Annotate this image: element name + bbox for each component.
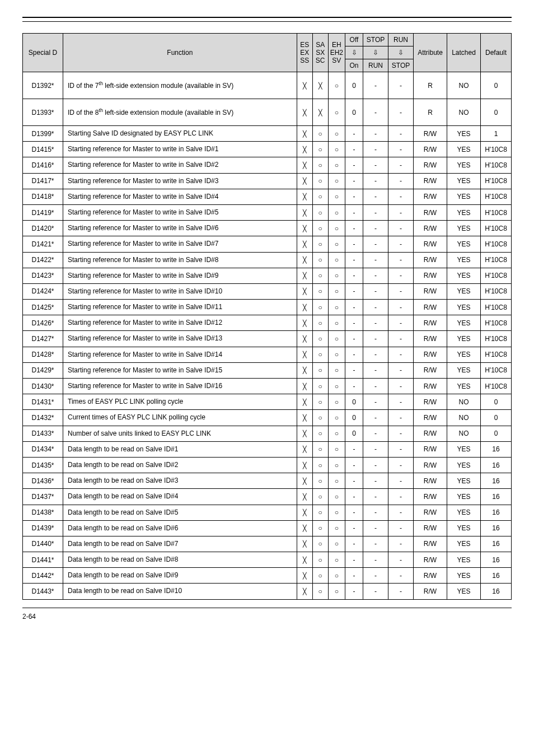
cross-icon xyxy=(303,524,307,532)
hdr-run: RUN xyxy=(388,34,414,46)
table-row: D1436*Data length to be read on Salve ID… xyxy=(23,473,512,489)
table-cell: 0 xyxy=(481,72,512,99)
table-cell: Starting reference for Master to write i… xyxy=(63,331,297,347)
table-cell: 16 xyxy=(481,489,512,505)
table-cell: - xyxy=(363,584,388,599)
table-cell xyxy=(312,568,328,584)
circle-icon xyxy=(318,209,322,217)
table-cell: D1424* xyxy=(23,283,63,299)
table-cell: - xyxy=(363,268,388,283)
hdr-attr: Attribute xyxy=(414,34,447,72)
hdr-special: Special D xyxy=(23,34,63,72)
circle-icon xyxy=(318,256,322,264)
table-cell xyxy=(312,489,328,505)
table-cell: H'10C8 xyxy=(481,331,512,347)
table-cell: - xyxy=(388,536,414,552)
table-cell: Data length to be read on Salve ID#3 xyxy=(63,473,297,489)
table-cell: - xyxy=(388,99,414,126)
cross-icon xyxy=(303,398,307,406)
table-cell xyxy=(312,331,328,347)
circle-icon xyxy=(318,556,322,564)
circle-icon xyxy=(318,398,322,406)
table-cell: 16 xyxy=(481,473,512,489)
circle-icon xyxy=(318,572,322,580)
table-cell: - xyxy=(345,520,363,536)
circle-icon xyxy=(318,382,322,390)
circle-icon xyxy=(335,461,339,469)
table-cell xyxy=(328,315,345,331)
table-cell: Data length to be read on Salve ID#2 xyxy=(63,457,297,473)
table-cell xyxy=(297,520,312,536)
table-cell: D1428* xyxy=(23,347,63,362)
table-cell xyxy=(297,283,312,299)
hdr-latch: Latched xyxy=(447,34,481,72)
table-cell: R/W xyxy=(414,473,447,489)
table-cell: D1440* xyxy=(23,536,63,552)
table-cell xyxy=(328,157,345,173)
circle-icon xyxy=(335,477,339,485)
circle-icon xyxy=(335,366,339,374)
table-cell: - xyxy=(388,331,414,347)
table-cell xyxy=(297,204,312,220)
table-cell xyxy=(297,252,312,268)
table-cell: YES xyxy=(447,379,481,394)
table-cell: - xyxy=(363,189,388,204)
circle-icon xyxy=(335,398,339,406)
circle-icon xyxy=(335,493,339,501)
table-cell: - xyxy=(388,394,414,410)
table-cell: - xyxy=(345,268,363,283)
table-cell: YES xyxy=(447,221,481,236)
table-cell: - xyxy=(363,536,388,552)
table-cell: R/W xyxy=(414,221,447,236)
table-cell: D1418* xyxy=(23,189,63,204)
table-row: D1428*Starting reference for Master to w… xyxy=(23,347,512,362)
table-cell xyxy=(297,426,312,441)
circle-icon xyxy=(335,304,339,311)
cross-icon xyxy=(303,414,307,422)
table-cell: 16 xyxy=(481,441,512,457)
circle-icon xyxy=(318,477,322,485)
table-cell xyxy=(312,142,328,157)
table-row: D1425*Starting reference for Master to w… xyxy=(23,300,512,315)
table-cell: 0 xyxy=(345,72,363,99)
table-cell: D1421* xyxy=(23,236,63,252)
table-cell: - xyxy=(388,204,414,220)
circle-icon xyxy=(335,193,339,200)
table-cell: YES xyxy=(447,473,481,489)
table-cell: H'10C8 xyxy=(481,173,512,189)
down-arrow-icon xyxy=(373,49,378,57)
table-cell xyxy=(297,568,312,584)
cross-icon xyxy=(318,109,322,116)
table-cell: H'10C8 xyxy=(481,268,512,283)
circle-icon xyxy=(335,287,339,295)
circle-icon xyxy=(335,382,339,390)
cross-icon xyxy=(303,82,307,90)
table-cell: R/W xyxy=(414,520,447,536)
table-row: D1426*Starting reference for Master to w… xyxy=(23,315,512,331)
table-cell: R/W xyxy=(414,204,447,220)
table-cell: NO xyxy=(447,72,481,99)
circle-icon xyxy=(335,524,339,532)
table-cell: - xyxy=(363,457,388,473)
table-row: D1431*Times of EASY PLC LINK polling cyc… xyxy=(23,394,512,410)
table-cell: - xyxy=(388,426,414,441)
cross-icon xyxy=(303,304,307,311)
table-cell xyxy=(328,473,345,489)
table-cell: - xyxy=(345,157,363,173)
table-row: D1416*Starting reference for Master to w… xyxy=(23,157,512,173)
table-cell xyxy=(297,552,312,568)
hdr-off: Off xyxy=(345,34,363,46)
table-cell: 16 xyxy=(481,457,512,473)
table-row: D1439*Data length to be read on Salve ID… xyxy=(23,520,512,536)
table-cell: - xyxy=(388,520,414,536)
table-cell xyxy=(297,584,312,599)
table-cell: YES xyxy=(447,331,481,347)
hdr-on: On xyxy=(345,59,363,72)
circle-icon xyxy=(318,540,322,548)
table-cell: - xyxy=(345,300,363,315)
table-cell xyxy=(312,394,328,410)
table-cell: R/W xyxy=(414,584,447,599)
table-cell xyxy=(312,268,328,283)
table-row: D1443*Data length to be read on Salve ID… xyxy=(23,584,512,599)
table-cell xyxy=(312,552,328,568)
